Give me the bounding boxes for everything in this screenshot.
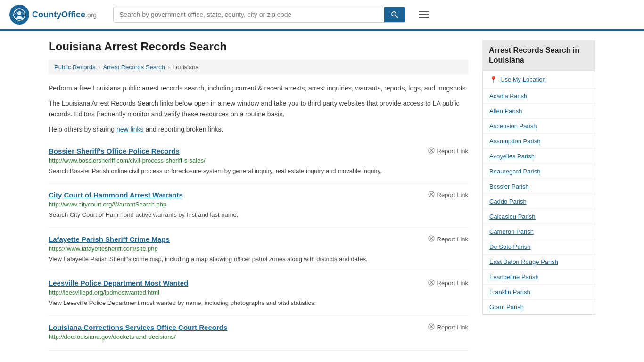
breadcrumb: Public Records › Arrest Records Search ›… (49, 60, 468, 74)
svg-line-3 (396, 16, 398, 18)
report-icon-3 (428, 279, 435, 287)
logo[interactable]: CountyOffice.org (9, 5, 104, 25)
breadcrumb-sep: › (98, 64, 100, 71)
intro-paragraph-3: Help others by sharing new links and rep… (49, 124, 468, 134)
sidebar-title: Arrest Records Search in Louisiana (482, 40, 595, 71)
result-item: Louisiana Corrections Services Office Co… (49, 316, 468, 351)
result-url-3[interactable]: http://leesvillepd.org/lpdmostwanted.htm… (49, 289, 468, 296)
report-link-0[interactable]: Report Link (428, 147, 468, 155)
search-bar[interactable] (113, 7, 405, 23)
result-title-3[interactable]: Leesville Police Department Most Wanted (49, 279, 188, 287)
sidebar-parish-acadia-parish[interactable]: Acadia Parish (483, 89, 595, 104)
sidebar-parish-bossier-parish[interactable]: Bossier Parish (483, 179, 595, 194)
result-item: Bossier Sheriff's Office Police Records … (49, 140, 468, 184)
report-link-2[interactable]: Report Link (428, 235, 468, 243)
report-icon-4 (428, 323, 435, 331)
result-item: City Court of Hammond Arrest Warrants Re… (49, 183, 468, 228)
breadcrumb-arrest-records[interactable]: Arrest Records Search (103, 64, 165, 71)
sidebar: Arrest Records Search in Louisiana 📍 Use… (482, 40, 595, 351)
menu-button[interactable] (415, 8, 433, 22)
hamburger-line (419, 14, 429, 15)
results-list: Bossier Sheriff's Office Police Records … (49, 140, 468, 351)
sidebar-parish-evangeline-parish[interactable]: Evangeline Parish (483, 270, 595, 285)
result-title-2[interactable]: Lafayette Parish Sheriff Crime Maps (49, 235, 170, 243)
sidebar-content: 📍 Use My Location Acadia ParishAllen Par… (482, 71, 595, 315)
sidebar-parish-assumption-parish[interactable]: Assumption Parish (483, 134, 595, 149)
sidebar-parish-allen-parish[interactable]: Allen Parish (483, 104, 595, 119)
use-my-location-label[interactable]: Use My Location (500, 76, 546, 83)
location-icon: 📍 (489, 76, 497, 83)
result-url-1[interactable]: http://www.citycourt.org/WarrantSearch.p… (49, 201, 468, 208)
result-title-1[interactable]: City Court of Hammond Arrest Warrants (49, 191, 183, 199)
result-desc-1: Search City Court of Hammond active warr… (49, 210, 468, 220)
report-icon-2 (428, 235, 435, 243)
report-link-1[interactable]: Report Link (428, 191, 468, 199)
search-input[interactable] (114, 7, 384, 22)
sidebar-parish-grant-parish[interactable]: Grant Parish (483, 300, 595, 314)
result-url-4[interactable]: http://doc.louisiana.gov/dockets-and-dec… (49, 333, 468, 340)
hamburger-line (419, 11, 429, 12)
result-url-0[interactable]: http://www.bossiersheriff.com/civil-proc… (49, 157, 468, 164)
sidebar-parish-avoyelles-parish[interactable]: Avoyelles Parish (483, 149, 595, 164)
result-url-2[interactable]: https://www.lafayettesheriff.com/site.ph… (49, 245, 468, 252)
sidebar-parish-ascension-parish[interactable]: Ascension Parish (483, 119, 595, 134)
sidebar-parish-calcasieu-parish[interactable]: Calcasieu Parish (483, 209, 595, 224)
page-title: Louisiana Arrest Records Search (49, 40, 468, 53)
report-icon-0 (428, 147, 435, 155)
result-title-0[interactable]: Bossier Sheriff's Office Police Records (49, 147, 180, 155)
report-link-3[interactable]: Report Link (428, 279, 468, 287)
use-my-location[interactable]: 📍 Use My Location (483, 71, 595, 89)
breadcrumb-current: Louisiana (173, 64, 199, 71)
intro-paragraph-2: The Louisiana Arrest Records Search link… (49, 98, 468, 119)
breadcrumb-sep: › (168, 64, 170, 71)
breadcrumb-public-records[interactable]: Public Records (54, 64, 95, 71)
sidebar-parish-east-baton-rouge-parish[interactable]: East Baton Rouge Parish (483, 255, 595, 270)
sidebar-parish-cameron-parish[interactable]: Cameron Parish (483, 224, 595, 239)
logo-text: CountyOffice.org (32, 10, 97, 20)
parish-list: Acadia ParishAllen ParishAscension Paris… (483, 89, 595, 314)
result-item: Leesville Police Department Most Wanted … (49, 272, 468, 316)
logo-icon (9, 5, 29, 25)
sidebar-parish-de-soto-parish[interactable]: De Soto Parish (483, 239, 595, 255)
sidebar-parish-beauregard-parish[interactable]: Beauregard Parish (483, 164, 595, 179)
search-button[interactable] (384, 7, 405, 22)
sidebar-parish-franklin-parish[interactable]: Franklin Parish (483, 285, 595, 300)
result-title-4[interactable]: Louisiana Corrections Services Office Co… (49, 323, 227, 331)
report-icon-1 (428, 191, 435, 199)
hamburger-line (419, 17, 429, 18)
new-links-link[interactable]: new links (116, 125, 144, 133)
result-desc-2: View Lafayette Parish Sheriff's crime ma… (49, 255, 468, 264)
report-link-4[interactable]: Report Link (428, 323, 468, 331)
result-desc-3: View Leesville Police Department most wa… (49, 298, 468, 308)
result-desc-0: Search Bossier Parish online civil proce… (49, 166, 468, 176)
result-item: Lafayette Parish Sheriff Crime Maps Repo… (49, 228, 468, 272)
intro-paragraph-1: Perform a free Louisiana public arrest r… (49, 83, 468, 93)
sidebar-parish-caddo-parish[interactable]: Caddo Parish (483, 194, 595, 209)
svg-point-1 (17, 11, 21, 15)
